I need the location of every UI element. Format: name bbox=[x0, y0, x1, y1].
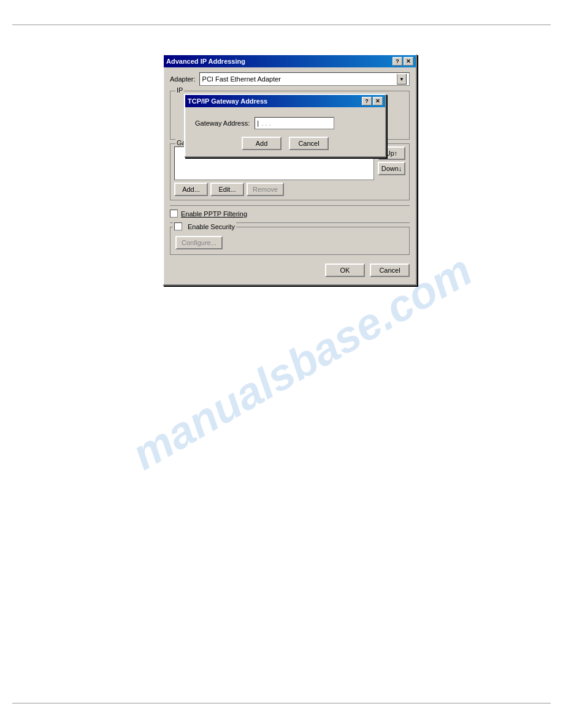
adv-ip-title: Advanced IP Addressing bbox=[166, 58, 245, 65]
page-border-bottom bbox=[12, 703, 551, 703]
gateway-address-input[interactable]: | . . . bbox=[255, 117, 334, 129]
ip-group-label: IP bbox=[175, 86, 184, 94]
gateway-down-button[interactable]: Down↓ bbox=[378, 162, 405, 175]
configure-button[interactable]: Configure... bbox=[175, 236, 223, 249]
adv-ip-cancel-button[interactable]: Cancel bbox=[370, 264, 410, 277]
adv-ip-window: Advanced IP Addressing ? ✕ Adapter: PCI … bbox=[163, 54, 417, 286]
gateways-edit-button[interactable]: Edit... bbox=[210, 183, 244, 196]
adapter-label: Adapter: bbox=[170, 75, 196, 83]
gateway-title: TCP/IP Gateway Address bbox=[188, 97, 267, 105]
adv-ip-help-button[interactable]: ? bbox=[393, 57, 402, 66]
adv-ip-bottom-buttons: OK Cancel bbox=[170, 261, 410, 278]
gateway-title-bar: TCP/IP Gateway Address ? ✕ bbox=[185, 95, 385, 107]
security-checkbox[interactable] bbox=[174, 222, 182, 230]
gateway-help-button[interactable]: ? bbox=[362, 97, 372, 105]
gateways-add-button[interactable]: Add... bbox=[174, 183, 208, 196]
adv-ip-close-button[interactable]: ✕ bbox=[404, 57, 413, 66]
gateway-title-buttons: ? ✕ bbox=[362, 97, 383, 105]
security-label: Enable Security bbox=[188, 223, 235, 230]
gateway-dialog-buttons: Add Cancel bbox=[195, 137, 375, 150]
gateway-close-button[interactable]: ✕ bbox=[373, 97, 383, 105]
gateways-remove-button[interactable]: Remove bbox=[247, 183, 284, 196]
security-group: Enable Security Configure... bbox=[170, 227, 410, 255]
gateway-ip-cursor: | bbox=[257, 119, 259, 127]
gateway-address-label: Gateway Address: bbox=[195, 119, 250, 127]
adapter-value: PCI Fast Ethernet Adapter bbox=[202, 75, 281, 83]
pptp-checkbox[interactable] bbox=[170, 210, 178, 218]
adv-ip-title-bar: Advanced IP Addressing ? ✕ bbox=[164, 55, 416, 67]
security-checkbox-label: Enable Security bbox=[173, 222, 236, 230]
gateway-window: TCP/IP Gateway Address ? ✕ Gateway Addre… bbox=[184, 94, 386, 157]
adv-ip-title-buttons: ? ✕ bbox=[393, 57, 413, 66]
adv-ip-ok-button[interactable]: OK bbox=[325, 264, 365, 277]
separator1 bbox=[170, 205, 410, 206]
gateway-address-row: Gateway Address: | . . . bbox=[195, 117, 375, 129]
pptp-label: Enable PPTP Filtering bbox=[181, 210, 247, 218]
page-border-top bbox=[12, 25, 551, 25]
gateways-buttons-row: Add... Edit... Remove bbox=[174, 183, 405, 196]
gateway-add-button[interactable]: Add bbox=[242, 137, 282, 150]
adapter-row: Adapter: PCI Fast Ethernet Adapter ▼ bbox=[170, 72, 410, 86]
adapter-dropdown[interactable]: PCI Fast Ethernet Adapter ▼ bbox=[199, 72, 410, 86]
pptp-row: Enable PPTP Filtering bbox=[170, 210, 410, 218]
dropdown-arrow-icon[interactable]: ▼ bbox=[397, 74, 407, 85]
gateway-cancel-button[interactable]: Cancel bbox=[289, 137, 329, 150]
gateway-content: Gateway Address: | . . . Add Cancel bbox=[185, 107, 385, 156]
